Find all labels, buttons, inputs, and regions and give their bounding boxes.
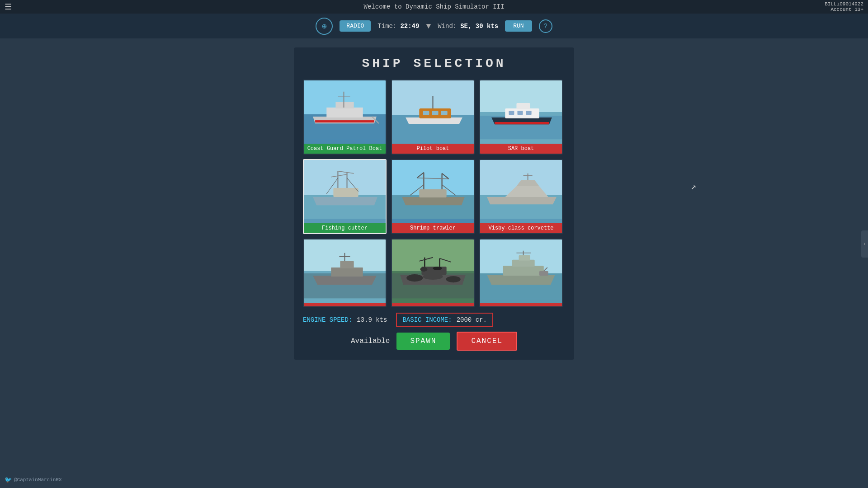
basic-income-label: BASIC INCOME: [402, 316, 452, 324]
ship-card-9[interactable] [479, 239, 563, 307]
pilot-boat-svg [392, 80, 474, 144]
wind-display: Wind: SE, 30 kts [438, 23, 498, 30]
ship-image-pilot-boat [392, 80, 474, 144]
twitter-username: @CaptainMarcinRX [14, 477, 62, 483]
svg-rect-39 [331, 267, 363, 277]
fishing-cutter-svg [304, 160, 386, 223]
engine-speed-value: 13.9 kts [357, 316, 387, 324]
svg-point-46 [446, 276, 461, 282]
time-display: Time: 22:49 [377, 23, 419, 30]
ship-label-9 [480, 303, 562, 306]
time-label: Time: [377, 23, 396, 30]
available-text: Available [351, 337, 390, 345]
ship-selection-panel: SHIP SELECTION [294, 47, 574, 360]
svg-rect-1 [315, 120, 374, 122]
top-bar: ☰ Welcome to Dynamic Ship Simulator III … [0, 0, 868, 14]
panel-title: SHIP SELECTION [303, 56, 565, 70]
ship-card-coast-guard[interactable]: Coast Guard Patrol Boat [303, 80, 387, 155]
ship-7-svg [304, 239, 386, 303]
svg-line-32 [417, 178, 448, 179]
side-handle[interactable]: › [861, 230, 868, 258]
svg-rect-40 [340, 261, 354, 268]
ship-9-svg [480, 239, 562, 303]
svg-rect-8 [423, 111, 429, 115]
radio-button[interactable]: RADIO [340, 20, 371, 32]
svg-rect-9 [432, 111, 438, 115]
account-name: BILLi09014922 [825, 1, 863, 7]
svg-rect-14 [516, 103, 530, 109]
ship-card-fishing-cutter[interactable]: Fishing cutter [303, 159, 387, 234]
ship-image-8 [392, 239, 474, 303]
basic-income-box: BASIC INCOME: 2000 cr. [396, 313, 493, 327]
help-button[interactable]: ? [539, 19, 552, 33]
svg-rect-17 [526, 111, 532, 115]
svg-rect-15 [509, 111, 514, 115]
ship-image-sar-boat [480, 80, 562, 144]
account-sub: Account 13+ [825, 7, 863, 12]
run-button[interactable]: RUN [505, 20, 532, 32]
coast-guard-ship-svg [304, 80, 386, 144]
action-row: Available SPAWN CANCEL [303, 332, 565, 351]
nav-bar: ⊕ RADIO Time: 22:49 ▼ Wind: SE, 30 kts R… [0, 14, 868, 38]
svg-line-61 [544, 267, 547, 271]
ship-card-pilot-boat[interactable]: Pilot boat [391, 80, 475, 155]
cancel-button[interactable]: CANCEL [457, 332, 517, 351]
compass-icon[interactable]: ⊕ [316, 18, 333, 35]
twitter-icon: 🐦 [5, 476, 12, 483]
ship-grid: Coast Guard Patrol Boat [303, 80, 565, 307]
ship-image-7 [304, 239, 386, 303]
ship-card-sar-boat[interactable]: SAR boat [479, 80, 563, 155]
svg-rect-2 [326, 108, 363, 117]
engine-speed-label: ENGINE SPEED: [303, 316, 352, 324]
ship-image-visby-corvette [480, 160, 562, 223]
ship-card-visby-corvette[interactable]: Visby-class corvette [479, 159, 563, 234]
ship-image-shrimp-trawler [392, 160, 474, 223]
svg-rect-10 [441, 111, 448, 115]
svg-rect-19 [333, 188, 358, 197]
ship-label-pilot-boat: Pilot boat [392, 144, 474, 154]
sar-boat-svg [480, 80, 562, 144]
ship-8-svg [392, 239, 474, 303]
bottom-info: ENGINE SPEED: 13.9 kts BASIC INCOME: 200… [303, 313, 565, 327]
ship-label-7 [304, 303, 386, 306]
svg-rect-55 [503, 266, 544, 276]
time-value: 22:49 [400, 23, 419, 30]
menu-icon[interactable]: ☰ [5, 2, 12, 12]
ship-card-shrimp-trawler[interactable]: Shrimp trawler [391, 159, 475, 234]
ship-image-coast-guard [304, 80, 386, 144]
svg-point-49 [433, 267, 442, 270]
app-title: Welcome to Dynamic Ship Simulator III [364, 3, 505, 10]
svg-line-31 [442, 174, 449, 179]
main-content: SHIP SELECTION [0, 38, 868, 360]
wind-label: Wind: [438, 23, 457, 30]
svg-line-30 [417, 173, 424, 178]
basic-income-value: 2000 cr. [457, 316, 487, 324]
ship-label-shrimp-trawler: Shrimp trawler [392, 223, 474, 233]
svg-rect-27 [419, 189, 446, 197]
ship-label-8 [392, 303, 474, 306]
shrimp-trawler-svg [392, 160, 474, 223]
svg-line-52 [419, 258, 433, 261]
ship-card-7[interactable] [303, 239, 387, 307]
ship-label-visby-corvette: Visby-class corvette [480, 223, 562, 233]
svg-rect-56 [512, 260, 534, 267]
ship-label-sar-boat: SAR boat [480, 144, 562, 154]
wind-value: SE, 30 kts [460, 23, 498, 30]
engine-speed-display: ENGINE SPEED: 13.9 kts [303, 316, 387, 324]
svg-rect-57 [519, 255, 530, 261]
ship-label-coast-guard: Coast Guard Patrol Boat [304, 144, 386, 154]
ship-label-fishing-cutter: Fishing cutter [304, 223, 386, 233]
svg-line-23 [338, 171, 354, 174]
svg-line-22 [331, 174, 347, 177]
svg-line-53 [440, 258, 451, 262]
account-info: BILLi09014922 Account 13+ [825, 1, 863, 12]
svg-rect-60 [539, 271, 548, 276]
ship-image-9 [480, 239, 562, 303]
svg-rect-3 [335, 102, 354, 108]
twitter-handle: 🐦 @CaptainMarcinRX [5, 476, 62, 483]
svg-point-44 [406, 274, 423, 282]
ship-card-8[interactable] [391, 239, 475, 307]
ship-image-fishing-cutter [304, 160, 386, 223]
spawn-button[interactable]: SPAWN [396, 333, 450, 350]
svg-rect-16 [517, 111, 523, 115]
